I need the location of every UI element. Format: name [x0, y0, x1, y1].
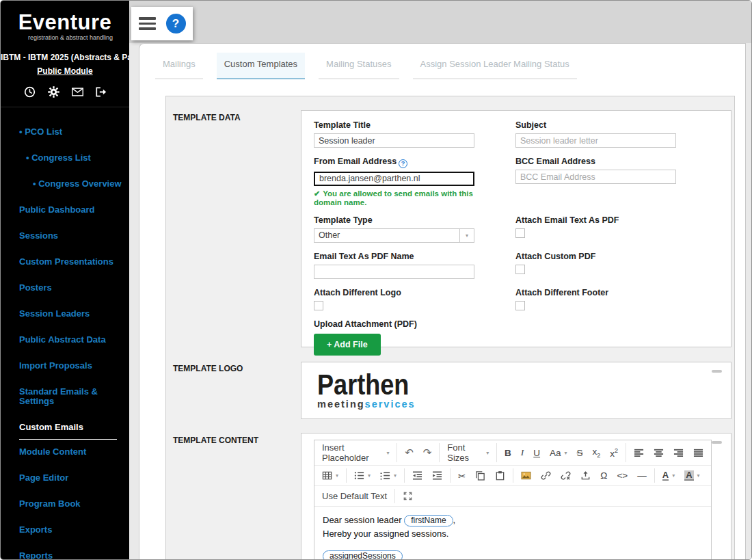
upload-attachment-field: Upload Attachment (PDF) + Add File — [314, 319, 474, 356]
sidebar-item-custom-presentations[interactable]: Custom Presentations — [19, 257, 129, 267]
sidebar-item-module-content[interactable]: Module Content — [19, 447, 129, 457]
align-center-button[interactable] — [649, 446, 669, 460]
special-character-button[interactable]: Ω — [595, 468, 612, 483]
from-email-input[interactable] — [314, 172, 474, 186]
question-circle-icon[interactable]: ? — [399, 159, 407, 168]
background-color-dropdown[interactable]: A▾ — [680, 468, 704, 483]
sidebar-item-public-abstract-data[interactable]: Public Abstract Data — [19, 335, 129, 345]
horizontal-rule-button[interactable]: — — [632, 468, 652, 483]
align-right-button[interactable] — [669, 446, 688, 460]
sidebar-item-page-editor[interactable]: Page Editor — [19, 473, 129, 483]
placeholder-token-assignedsessions[interactable]: assignedSessions — [323, 550, 403, 559]
undo-button[interactable]: ↶ — [400, 444, 418, 461]
superscript-button[interactable]: x2 — [605, 445, 623, 461]
clock-icon[interactable] — [24, 86, 36, 98]
sidebar-item-reports[interactable]: Reports — [19, 551, 129, 559]
text-color-dropdown[interactable]: A▾ — [658, 468, 680, 483]
align-left-button[interactable] — [629, 446, 649, 460]
italic-button[interactable]: I — [516, 445, 529, 460]
bullet-icon: • — [19, 126, 23, 137]
use-default-text-button[interactable]: Use Default Text — [317, 489, 392, 503]
bold-button[interactable]: B — [500, 446, 516, 460]
tab-mailings[interactable]: Mailings — [155, 53, 203, 79]
signout-icon[interactable] — [96, 86, 107, 98]
table-icon — [322, 470, 332, 481]
insert-placeholder-dropdown[interactable]: Insert Placeholder▾ — [317, 440, 394, 465]
align-justify-button[interactable] — [688, 446, 708, 460]
numbered-list-icon — [380, 470, 390, 481]
font-case-dropdown[interactable]: Aa▾ — [545, 446, 572, 460]
copy-button[interactable] — [470, 468, 490, 483]
email-text-pdf-name-input[interactable] — [314, 265, 474, 279]
field-label: Subject — [515, 120, 676, 130]
sidebar-item-session-leaders[interactable]: Session Leaders — [19, 309, 129, 319]
bullet-list-dropdown[interactable]: ▾ — [349, 468, 375, 483]
mail-icon[interactable] — [72, 86, 83, 98]
sidebar-bullet-group: • PCO List • Congress List • Congress Ov… — [19, 127, 129, 189]
source-code-button[interactable]: <> — [612, 468, 632, 483]
collapse-handle-icon[interactable] — [712, 370, 722, 373]
remove-link-button[interactable] — [556, 468, 576, 483]
congress-title: IBTM - IBTM 2025 (Abstracts & Par... — [1, 53, 129, 62]
public-module-link[interactable]: Public Module — [1, 66, 129, 76]
collapse-handle-icon[interactable] — [712, 441, 722, 444]
bcc-email-field: BCC Email Address — [515, 157, 676, 206]
chevron-down-icon[interactable]: ▾ — [459, 229, 474, 242]
add-file-button[interactable]: + Add File — [314, 334, 381, 356]
sidebar-item-congress-list[interactable]: • Congress List — [26, 153, 129, 163]
sidebar-item-congress-overview[interactable]: • Congress Overview — [33, 179, 129, 189]
indent-button[interactable] — [427, 468, 447, 483]
sidebar-item-exports[interactable]: Exports — [19, 525, 129, 535]
sidebar-item-standard-emails-settings[interactable]: Standard Emails & Settings — [19, 387, 129, 406]
table-dropdown[interactable]: ▾ — [317, 468, 343, 483]
sidebar-item-pco-list[interactable]: • PCO List — [19, 127, 129, 137]
upload-file-button[interactable] — [576, 468, 595, 483]
gear-icon[interactable] — [48, 86, 59, 98]
hamburger-menu-icon[interactable] — [139, 17, 156, 30]
underline-button[interactable]: U — [528, 446, 545, 460]
align-right-icon — [673, 448, 684, 458]
indent-icon — [432, 470, 442, 481]
tab-mailing-statuses[interactable]: Mailing Statuses — [319, 53, 399, 79]
sidebar-item-posters[interactable]: Posters — [19, 283, 129, 293]
editor-toolbar-row-1: Insert Placeholder▾ ↶ ↷ Font Sizes▾ B I … — [314, 440, 711, 466]
cut-button[interactable]: ✂ — [453, 468, 470, 483]
sidebar-item-custom-emails[interactable]: Custom Emails — [19, 423, 129, 432]
strikethrough-button[interactable]: S — [572, 446, 588, 460]
editor-content-area[interactable]: Dear session leader firstName, Hereby yo… — [314, 507, 711, 559]
bcc-email-input[interactable] — [515, 170, 676, 184]
template-title-input[interactable] — [314, 133, 474, 148]
sidebar-item-program-book[interactable]: Program Book — [19, 499, 129, 509]
sidebar-item-sessions[interactable]: Sessions — [19, 231, 129, 241]
tab-custom-templates[interactable]: Custom Templates — [217, 53, 305, 79]
editor-line-3: assignedSessions — [323, 549, 703, 559]
attach-different-footer-checkbox[interactable] — [515, 301, 525, 310]
insert-image-button[interactable] — [516, 468, 536, 483]
insert-link-button[interactable] — [536, 468, 556, 483]
help-glyph: ? — [172, 17, 179, 31]
redo-button[interactable]: ↷ — [418, 444, 437, 461]
field-label: BCC Email Address — [515, 157, 676, 166]
attach-email-text-pdf-checkbox[interactable] — [515, 228, 525, 238]
align-justify-icon — [693, 448, 703, 458]
subject-field: Subject — [515, 120, 676, 148]
outdent-button[interactable] — [407, 468, 427, 483]
subscript-icon: x2 — [593, 446, 601, 459]
template-type-select[interactable]: Other ▾ — [314, 228, 474, 243]
topbar-toolbox: ? — [131, 7, 193, 40]
paste-button[interactable] — [490, 468, 510, 483]
help-icon[interactable]: ? — [166, 14, 186, 34]
subject-input[interactable] — [515, 133, 676, 148]
sidebar-item-import-proposals[interactable]: Import Proposals — [19, 361, 129, 371]
subscript-button[interactable]: x2 — [588, 444, 606, 461]
attach-custom-pdf-checkbox[interactable] — [515, 265, 525, 274]
sidebar-item-label: Congress Overview — [38, 178, 121, 189]
font-sizes-dropdown[interactable]: Font Sizes▾ — [442, 440, 494, 465]
numbered-list-dropdown[interactable]: ▾ — [375, 468, 401, 483]
placeholder-token-firstname[interactable]: firstName — [404, 515, 453, 526]
attach-different-logo-checkbox[interactable] — [314, 301, 323, 310]
tab-bar: Mailings Custom Templates Mailing Status… — [139, 44, 745, 79]
fullscreen-button[interactable] — [398, 489, 418, 503]
tab-assign-session-leader-mailing-status[interactable]: Assign Session Leader Mailing Status — [413, 53, 577, 79]
sidebar-item-public-dashboard[interactable]: Public Dashboard — [19, 205, 129, 215]
